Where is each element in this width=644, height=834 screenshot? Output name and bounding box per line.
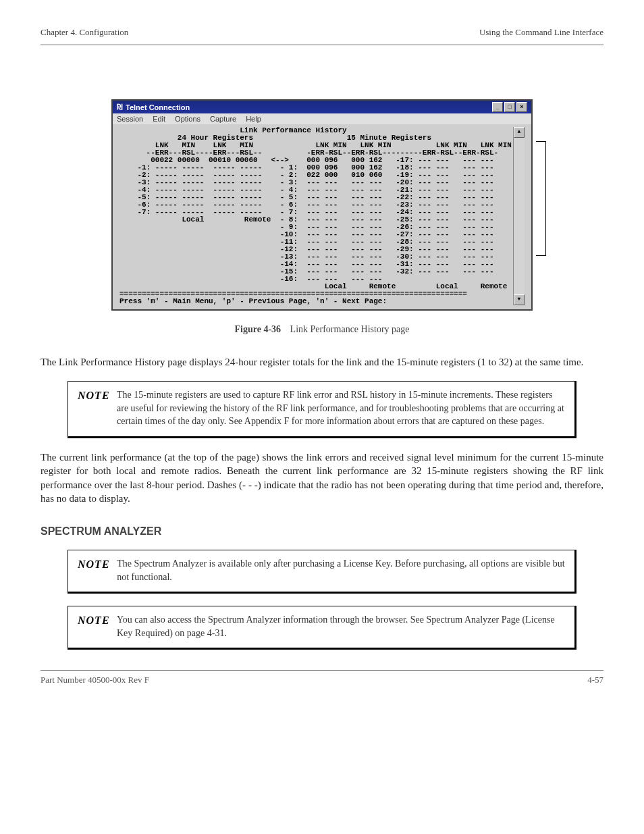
menu-edit[interactable]: Edit (153, 115, 165, 123)
window-title: Telnet Connection (126, 103, 190, 111)
figure-caption-text: Link Performance History page (290, 324, 410, 334)
scrollbar[interactable]: ▲ ▼ (513, 127, 525, 305)
header-right: Using the Command Line Interface (479, 27, 603, 38)
figure-caption: Figure 4-36 Link Performance History pag… (41, 324, 603, 335)
app-icon: ₪ (117, 103, 123, 111)
terminal-text: Link Performance History 24 Hour Registe… (119, 127, 513, 305)
note-box-3: NOTE You can also access the Spectrum An… (68, 606, 576, 650)
note-box-2: NOTE The Spectrum Analyzer is available … (68, 550, 576, 594)
bottom-rule (41, 670, 603, 671)
note-text-2: The Spectrum Analyzer is available only … (117, 557, 565, 583)
footer-left: Part Number 40500-00x Rev F (41, 675, 149, 685)
header-left: Chapter 4. Configuration (41, 27, 128, 38)
menu-capture[interactable]: Capture (210, 115, 236, 123)
menu-help[interactable]: Help (246, 115, 261, 123)
paragraph-2: The current link performance (at the top… (41, 450, 603, 505)
note-text-1: The 15-minute registers are used to capt… (117, 388, 565, 428)
terminal-area: Link Performance History 24 Hour Registe… (113, 124, 531, 309)
section-heading-spectrum-analyzer: SPECTRUM ANALYZER (41, 525, 603, 538)
scroll-up-button[interactable]: ▲ (514, 127, 525, 138)
note-box-1: NOTE The 15-minute registers are used to… (68, 381, 576, 438)
menu-options[interactable]: Options (175, 115, 200, 123)
close-button[interactable]: × (516, 102, 527, 112)
callout-bracket (545, 141, 546, 256)
menu-session[interactable]: Session (117, 115, 143, 123)
figure-label: Figure 4-36 (235, 324, 281, 334)
window-titlebar: ₪ Telnet Connection _ □ × (113, 101, 531, 113)
maximize-button[interactable]: □ (504, 102, 515, 112)
scroll-down-button[interactable]: ▼ (514, 294, 525, 305)
footer-right: 4-57 (587, 675, 603, 685)
note-icon: NOTE (78, 613, 106, 627)
note-icon: NOTE (78, 557, 106, 571)
minimize-button[interactable]: _ (492, 102, 503, 112)
paragraph-1: The Link Performance History page displa… (41, 355, 603, 369)
top-rule (41, 45, 603, 45)
note-text-3: You can also access the Spectrum Analyze… (117, 613, 565, 640)
note-icon: NOTE (78, 388, 106, 402)
menubar: Session Edit Options Capture Help (113, 113, 531, 124)
telnet-window: ₪ Telnet Connection _ □ × Session Edit O… (111, 99, 533, 311)
